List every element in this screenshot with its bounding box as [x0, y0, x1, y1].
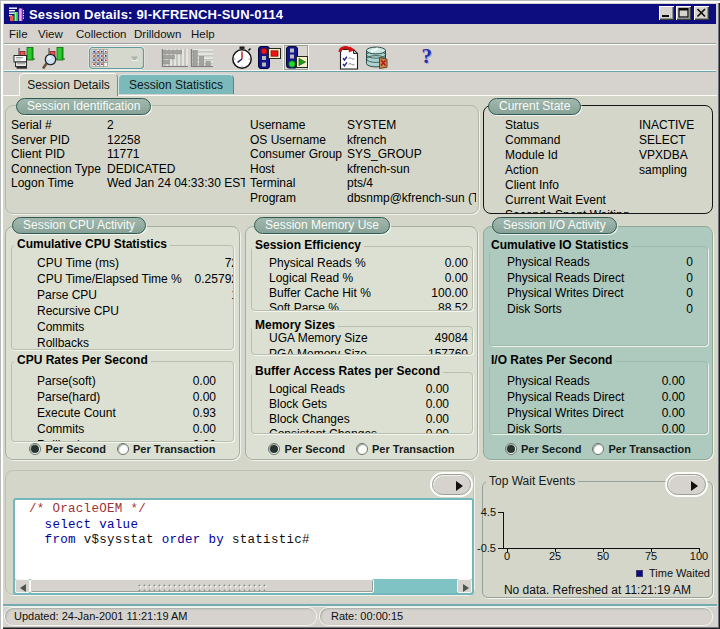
- kv-row: Client PID11771: [11, 147, 245, 162]
- stat-value: 0.00: [193, 389, 216, 405]
- menu-item-collection[interactable]: Collection: [76, 28, 127, 40]
- chart-type-dropdown[interactable]: [88, 46, 145, 74]
- stat-value: 0.00: [662, 389, 685, 405]
- help-icon[interactable]: ? ?: [419, 46, 439, 74]
- stat-label: Buffer Cache Hit %: [269, 286, 431, 301]
- svg-text:?: ?: [421, 46, 432, 68]
- report-icon[interactable]: [338, 46, 360, 74]
- kv-row: Client Info: [505, 178, 710, 193]
- stat-label: Physical Reads: [507, 373, 662, 389]
- session-identification-header: Session Identification: [16, 98, 151, 115]
- stat-row: Recursive CPU: [37, 303, 234, 319]
- stopwatch-icon[interactable]: [231, 46, 253, 74]
- kv-row: UsernameSYSTEM: [250, 118, 476, 133]
- per-second-label: Per Second: [45, 443, 106, 455]
- per-transaction-radio[interactable]: [117, 443, 129, 455]
- maximize-button[interactable]: [676, 6, 691, 20]
- minimize-button[interactable]: [659, 6, 674, 20]
- stat-value: 0.00: [662, 405, 685, 421]
- sql-line: /* OracleOEM */: [15, 500, 472, 518]
- horizontal-scrollbar[interactable]: [15, 579, 472, 593]
- kv-row: Connection TypeDEDICATED: [11, 162, 245, 177]
- row-label: Connection Type: [11, 162, 107, 177]
- per-transaction-label: Per Transaction: [372, 443, 455, 455]
- stat-value: 0.00: [193, 421, 216, 437]
- stat-label: Recursive CPU: [37, 303, 234, 319]
- row-label: Terminal: [250, 176, 347, 191]
- stat-row: Physical Reads Direct0: [507, 271, 693, 287]
- stat-value: 0.25792: [195, 271, 234, 287]
- database-icon[interactable]: [365, 46, 389, 73]
- stop-collection-icon[interactable]: [258, 46, 281, 73]
- menu-item-help[interactable]: Help: [191, 28, 215, 40]
- wait-events-expand-button[interactable]: [667, 474, 706, 495]
- vertical-bar-chart-icon[interactable]: [190, 49, 213, 72]
- row-label: Module Id: [505, 148, 639, 163]
- kv-row: OS Usernamekfrench: [250, 133, 476, 148]
- stat-value: 0.00: [662, 421, 685, 434]
- find-chart-icon[interactable]: [42, 47, 66, 74]
- per-transaction-radio[interactable]: [592, 443, 604, 455]
- scroll-right-icon[interactable]: [457, 579, 472, 593]
- sql-expand-button[interactable]: [432, 474, 471, 495]
- session-cpu-activity-header: Session CPU Activity: [12, 217, 146, 234]
- row-value: pts/4: [347, 176, 476, 191]
- per-second-radio[interactable]: [268, 443, 280, 455]
- group-title: Cumulative IO Statistics: [488, 239, 631, 252]
- stat-value: 72: [225, 255, 234, 271]
- stat-row: Physical Writes Direct0.00: [507, 405, 685, 421]
- stat-rows: CPU Time (ms)72CPU Time/Elapsed Time %0.…: [12, 255, 234, 350]
- stat-label: Logical Read %: [269, 271, 445, 286]
- menu-item-view[interactable]: View: [38, 28, 63, 40]
- session-id-right-column: UsernameSYSTEMOS UsernamekfrenchConsumer…: [250, 118, 476, 206]
- window-title: Session Details: 9I-KFRENCH-SUN-0114: [29, 7, 283, 22]
- stat-row: Physical Reads0.00: [507, 373, 685, 389]
- row-value: SELECT: [639, 133, 710, 148]
- stat-value: 88.52: [438, 301, 468, 311]
- horizontal-bar-chart-icon[interactable]: [161, 49, 188, 72]
- session-identification-panel: Serial #2Server PID12258Client PID11771C…: [5, 105, 479, 214]
- tab-session-statistics[interactable]: Session Statistics: [118, 74, 234, 94]
- scrollbar-thumb[interactable]: [30, 579, 374, 593]
- stat-row: Commits: [37, 319, 234, 335]
- row-value: sampling: [639, 163, 710, 178]
- print-chart-icon[interactable]: [13, 47, 39, 74]
- menu-item-file[interactable]: File: [9, 28, 28, 40]
- row-value: SYS_GROUP: [347, 147, 476, 162]
- kv-row: Terminalpts/4: [250, 176, 476, 191]
- close-button[interactable]: [694, 6, 709, 20]
- stat-label: Rollbacks: [37, 437, 193, 442]
- kv-row: Serial #2: [11, 118, 245, 133]
- status-separator: [3, 604, 717, 606]
- scroll-left-icon[interactable]: [15, 579, 30, 593]
- scrollbar-track[interactable]: [374, 579, 457, 593]
- title-bar[interactable]: Session Details: 9I-KFRENCH-SUN-0114: [4, 4, 716, 24]
- per-second-radio[interactable]: [29, 443, 41, 455]
- kv-row: Actionsampling: [505, 163, 710, 178]
- current-state-rows: StatusINACTIVECommandSELECTModule IdVPXD…: [505, 118, 710, 214]
- stat-value: 0.00: [426, 382, 449, 397]
- stat-row: Consistent Changes0.00: [269, 427, 449, 434]
- stat-rows: Physical Reads %0.00Logical Read %0.00Bu…: [252, 256, 472, 311]
- row-label: Current Wait Event: [505, 193, 639, 208]
- stat-label: UGA Memory Size: [269, 331, 435, 347]
- kv-row: Current Wait Event: [505, 193, 710, 208]
- buffer-access-rates-group: Logical Reads0.00Block Gets0.00Block Cha…: [251, 372, 473, 434]
- per-transaction-radio[interactable]: [356, 443, 368, 455]
- menu-item-drilldown[interactable]: Drilldown: [134, 28, 181, 40]
- start-collection-icon[interactable]: [283, 44, 309, 75]
- x-tick-label: 50: [588, 550, 618, 562]
- stat-value: 0.00: [193, 373, 216, 389]
- tab-session-details[interactable]: Session Details: [19, 73, 118, 96]
- stat-row: Physical Writes Direct0: [507, 286, 693, 302]
- sql-text-area[interactable]: /* OracleOEM */ select value from v$syss…: [13, 498, 474, 595]
- per-second-label: Per Second: [284, 443, 345, 455]
- stat-value: 0: [686, 271, 693, 287]
- stat-label: Rollbacks: [37, 335, 234, 350]
- per-transaction-label: Per Transaction: [133, 443, 216, 455]
- per-second-radio[interactable]: [505, 443, 517, 455]
- stat-rows: Physical Reads0Physical Reads Direct0Phy…: [490, 255, 707, 317]
- row-value: SYSTEM: [347, 118, 476, 133]
- group-title: Buffer Access Rates per Second: [252, 365, 443, 378]
- legend-label: Time Waited: [649, 567, 710, 579]
